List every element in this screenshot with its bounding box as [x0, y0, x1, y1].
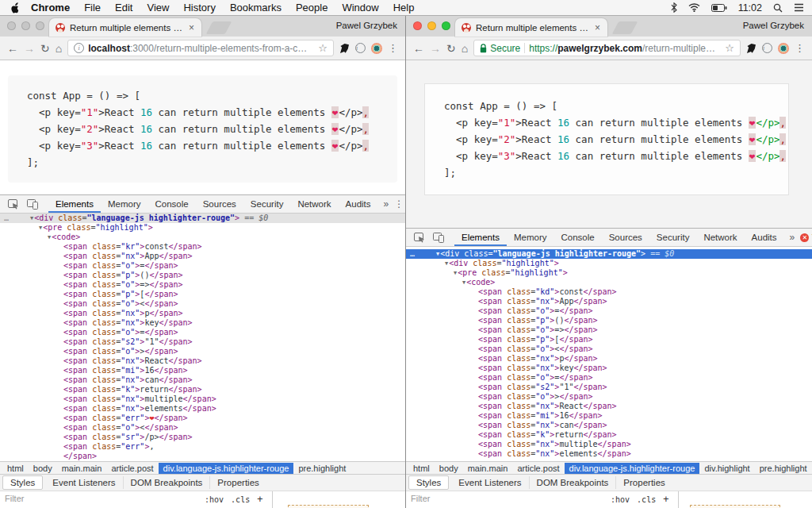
sidebar-tab-dom-breakpoints[interactable]: DOM Breakpoints: [530, 476, 617, 489]
zoom-window-button[interactable]: [36, 21, 44, 30]
styles-filter-input[interactable]: Filter: [411, 494, 430, 503]
breadcrumb-item[interactable]: div.highlight: [699, 464, 754, 473]
new-style-rule-button[interactable]: +: [663, 494, 668, 505]
dom-tree-row[interactable]: <span class="err">,: [0, 442, 405, 452]
spotlight-search-icon[interactable]: [773, 3, 783, 13]
dom-tree-row[interactable]: <span class="kr">const</span>: [0, 242, 405, 252]
devtools-tab-memory[interactable]: Memory: [507, 229, 554, 246]
more-tabs-icon[interactable]: »: [784, 232, 801, 243]
sidebar-tab-event-listeners[interactable]: Event Listeners: [45, 476, 123, 489]
dom-tree-row[interactable]: <span class="nx">App</span>: [406, 297, 812, 306]
colored-ball-extension-icon[interactable]: [778, 43, 789, 54]
zoom-window-button[interactable]: [442, 21, 450, 30]
devtools-tab-audits[interactable]: Audits: [745, 229, 784, 246]
dom-tree-row[interactable]: <span class="nx">key</span>: [0, 318, 405, 328]
apple-logo-icon[interactable]: [8, 2, 24, 13]
menubar-item-bookmarks[interactable]: Bookmarks: [223, 2, 289, 13]
node-menu-dots[interactable]: …: [410, 249, 416, 259]
menubar-item-history[interactable]: History: [176, 2, 222, 13]
pane-divider[interactable]: [678, 491, 679, 508]
dom-tree-row[interactable]: <span class="o">=</span>: [406, 306, 812, 316]
bluetooth-icon[interactable]: [671, 2, 677, 13]
home-button[interactable]: ⌂: [462, 43, 468, 54]
devtools-tab-elements[interactable]: Elements: [454, 229, 507, 246]
cursor-extension-icon[interactable]: [339, 43, 350, 54]
dom-tree-row[interactable]: <span class="o"><</span>: [0, 423, 405, 433]
dom-tree-row[interactable]: <span class="nx">elements</span>: [0, 404, 405, 414]
sidebar-tab-dom-breakpoints[interactable]: DOM Breakpoints: [124, 476, 211, 489]
breadcrumb-item[interactable]: body: [29, 464, 57, 473]
info-extension-icon[interactable]: i: [762, 43, 772, 53]
dom-tree-row[interactable]: <span class="nx">elements</span>: [406, 449, 812, 459]
dom-tree-row[interactable]: <span class="o"><</span>: [406, 344, 812, 354]
devtools-tab-audits[interactable]: Audits: [339, 195, 378, 213]
dom-tree-row[interactable]: <span class="nx">can</span>: [0, 375, 405, 385]
forward-button[interactable]: →: [430, 43, 441, 54]
dom-tree-row[interactable]: ▼<div class="highlight">: [406, 259, 812, 268]
dom-tree-row[interactable]: <span class="kd">const</span>: [406, 287, 812, 297]
dom-tree-row[interactable]: <span class="nx">React</span>: [406, 402, 812, 411]
menubar-item-chrome[interactable]: Chrome: [24, 2, 77, 13]
breadcrumb-item[interactable]: main.main: [463, 464, 513, 473]
error-count-badge[interactable]: ✕7: [800, 233, 812, 242]
bookmark-star-icon[interactable]: ☆: [725, 42, 734, 54]
new-style-rule-button[interactable]: +: [257, 494, 262, 505]
dom-tree-row[interactable]: <span class="o">></span>: [0, 347, 405, 356]
more-tabs-icon[interactable]: »: [378, 198, 395, 210]
node-menu-dots[interactable]: …: [4, 214, 10, 223]
back-button[interactable]: ←: [7, 43, 18, 54]
colored-ball-extension-icon[interactable]: [371, 43, 382, 54]
dom-tree-row[interactable]: ▼<pre class="highlight">: [0, 223, 405, 233]
dom-tree-row[interactable]: ▼<pre class="highlight">: [406, 268, 812, 278]
address-bar[interactable]: i localhost:3000/return-multiple-element…: [67, 40, 334, 56]
breadcrumb-item[interactable]: main.main: [57, 464, 107, 473]
dom-tree-row[interactable]: <span class="mi">16</span>: [406, 411, 812, 421]
inspect-element-icon[interactable]: [4, 199, 23, 210]
reload-button[interactable]: ↻: [40, 43, 50, 54]
devtools-tab-memory[interactable]: Memory: [101, 195, 148, 213]
dom-tree-row[interactable]: <span class="o">=</span>: [406, 373, 812, 383]
home-button[interactable]: ⌂: [56, 43, 62, 54]
battery-icon[interactable]: [711, 4, 727, 12]
devtools-tab-network[interactable]: Network: [696, 229, 744, 246]
hov-toggle-button[interactable]: :hov: [611, 495, 630, 504]
dom-tree-row[interactable]: <span class="o">></span>: [406, 392, 812, 402]
dom-tree-row[interactable]: <span class="nx">App</span>: [0, 252, 405, 261]
menubar-item-view[interactable]: View: [140, 2, 176, 13]
dom-tree-row[interactable]: <span class="mi">16</span>: [0, 366, 405, 375]
device-toolbar-icon[interactable]: [429, 233, 448, 243]
new-tab-button[interactable]: [612, 21, 638, 34]
devtools-tab-elements[interactable]: Elements: [48, 195, 101, 213]
wifi-icon[interactable]: [688, 3, 700, 12]
dom-tree-row[interactable]: <span class="nx">multiple</span>: [0, 394, 405, 404]
dom-tree-row[interactable]: <span class="p">()</span>: [0, 271, 405, 280]
inspect-element-icon[interactable]: [410, 233, 429, 243]
pane-divider[interactable]: [272, 491, 273, 508]
dom-tree-row[interactable]: <span class="nx">multiple</span>: [406, 440, 812, 449]
dom-tree-row[interactable]: ▼<code>: [406, 278, 812, 287]
cursor-extension-icon[interactable]: [746, 43, 756, 54]
close-window-button[interactable]: [7, 21, 16, 30]
dom-tree-row[interactable]: …▼<div class="language-js highlighter-ro…: [0, 214, 405, 223]
devtools-menu-icon[interactable]: ⋮: [394, 198, 404, 210]
dom-tree-row[interactable]: <span class="nx">p</span>: [0, 309, 405, 318]
menubar-item-edit[interactable]: Edit: [108, 2, 140, 13]
minimize-window-button[interactable]: [21, 21, 30, 30]
dom-tree-row[interactable]: ▼<code>: [0, 233, 405, 242]
menubar-item-help[interactable]: Help: [386, 2, 422, 13]
sidebar-tab-properties[interactable]: Properties: [616, 476, 672, 489]
breadcrumb-item[interactable]: article.post: [512, 464, 564, 473]
devtools-tab-console[interactable]: Console: [147, 195, 195, 213]
breadcrumb-item[interactable]: html: [408, 464, 435, 473]
breadcrumb-item[interactable]: div.language-js.highlighter-rouge: [159, 463, 294, 474]
back-button[interactable]: ←: [413, 43, 424, 54]
dom-tree-row[interactable]: </span>: [0, 452, 405, 461]
breadcrumb-item[interactable]: pre.highlight: [293, 464, 350, 473]
menubar-item-file[interactable]: File: [77, 2, 108, 13]
profile-name[interactable]: Pawel Grzybek: [743, 21, 804, 30]
dom-tree-row[interactable]: …▼<div class="language-js highlighter-ro…: [406, 249, 812, 259]
browser-tab[interactable]: Return multiple elements from ×: [49, 18, 201, 37]
sidebar-tab-styles[interactable]: Styles: [2, 475, 43, 490]
forward-button[interactable]: →: [24, 43, 35, 54]
breadcrumb-item[interactable]: div.language-js.highlighter-rouge: [565, 463, 700, 474]
